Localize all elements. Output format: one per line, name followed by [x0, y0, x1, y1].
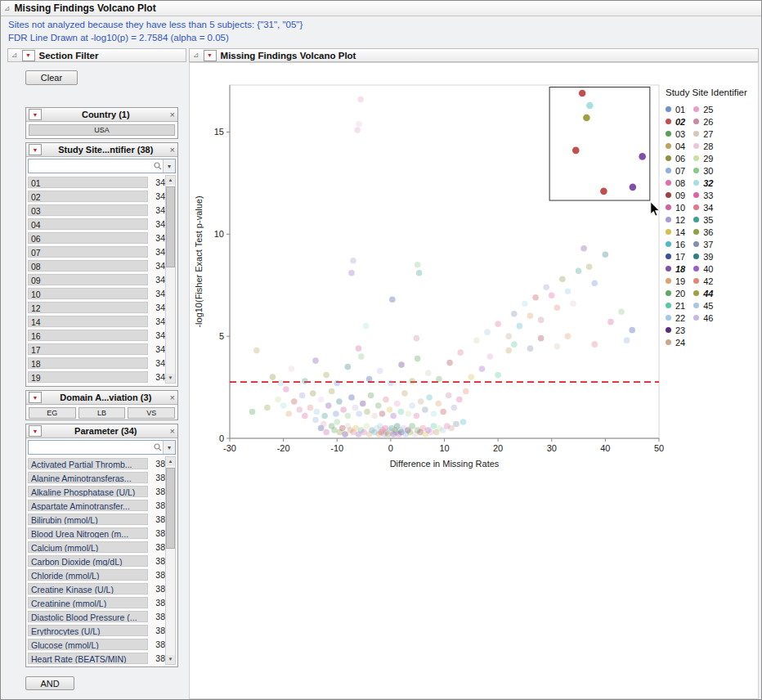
- scatter-point[interactable]: [377, 368, 383, 375]
- scatter-point[interactable]: [414, 335, 420, 342]
- legend-entry[interactable]: 34: [693, 201, 713, 213]
- scatter-point[interactable]: [345, 364, 352, 370]
- parameter-row[interactable]: Blood Urea Nitrogen (m...38: [28, 526, 165, 540]
- scatter-point[interactable]: [390, 413, 397, 420]
- study-site-row[interactable]: 1734: [28, 342, 165, 356]
- legend-entry[interactable]: 40: [693, 262, 713, 275]
- parameter-row[interactable]: Aspartate Aminotransfer...38: [28, 498, 165, 512]
- red-triangle-menu-button[interactable]: ▼: [29, 392, 42, 403]
- scatter-point[interactable]: [451, 405, 458, 411]
- scatter-point[interactable]: [591, 280, 598, 286]
- scatter-point[interactable]: [446, 360, 453, 366]
- scatter-point[interactable]: [356, 121, 362, 128]
- scatter-point[interactable]: [348, 394, 355, 401]
- parameter-row[interactable]: Creatinine (mmol/L)38: [28, 595, 165, 609]
- study-site-row[interactable]: 1934: [28, 370, 165, 384]
- study-site-row[interactable]: 0134: [28, 175, 165, 189]
- scatter-point[interactable]: [428, 429, 434, 436]
- volcano-plot-canvas[interactable]: -30-20-1001020304050051015Difference in …: [189, 66, 667, 491]
- study-site-scrollbar[interactable]: ▲ ▼: [165, 175, 176, 384]
- scatter-point[interactable]: [342, 431, 348, 438]
- scatter-point[interactable]: [340, 406, 347, 413]
- scatter-point[interactable]: [486, 353, 493, 360]
- disclosure-triangle-icon[interactable]: ⊿: [11, 52, 18, 59]
- scatter-point[interactable]: [565, 333, 572, 339]
- legend-entry[interactable]: 29: [693, 152, 713, 164]
- parameter-row[interactable]: Alanine Aminotransferas...38: [28, 470, 165, 484]
- scatter-point[interactable]: [270, 374, 276, 380]
- legend-entry[interactable]: 21: [666, 299, 685, 312]
- scatter-point[interactable]: [312, 417, 319, 424]
- parameter-scrollbar[interactable]: ▲ ▼: [165, 456, 176, 665]
- legend-entry[interactable]: 04: [666, 140, 685, 152]
- scatter-point[interactable]: [446, 393, 452, 399]
- scatter-point[interactable]: [366, 376, 373, 383]
- close-icon[interactable]: ×: [170, 393, 175, 402]
- study-site-row[interactable]: 0934: [28, 272, 165, 286]
- legend-entry[interactable]: 25: [693, 103, 713, 115]
- scatter-point[interactable]: [352, 405, 359, 411]
- legend-entry[interactable]: 42: [693, 275, 713, 287]
- scatter-point[interactable]: [297, 406, 303, 413]
- scatter-point[interactable]: [409, 378, 415, 384]
- red-triangle-menu-button[interactable]: ▼: [29, 425, 42, 437]
- scatter-point[interactable]: [283, 386, 289, 393]
- study-site-row[interactable]: 0734: [28, 245, 165, 258]
- legend-entry[interactable]: 33: [693, 189, 713, 201]
- scatter-point[interactable]: [401, 390, 408, 397]
- scatter-point[interactable]: [505, 333, 512, 339]
- scroll-down-icon[interactable]: ▼: [166, 655, 175, 664]
- legend-entry[interactable]: 12: [666, 213, 685, 226]
- scatter-point-selected[interactable]: [572, 147, 580, 155]
- scatter-point[interactable]: [291, 398, 298, 405]
- legend-entry[interactable]: 28: [693, 140, 713, 152]
- scatter-point[interactable]: [389, 296, 396, 303]
- legend-entry[interactable]: 19: [666, 275, 685, 287]
- scatter-point[interactable]: [419, 425, 426, 432]
- scatter-point[interactable]: [580, 245, 587, 252]
- legend-entry[interactable]: 02: [666, 115, 685, 128]
- scatter-point[interactable]: [426, 394, 433, 401]
- legend-entry[interactable]: 32: [693, 177, 713, 189]
- scatter-point[interactable]: [358, 353, 365, 360]
- scatter-point[interactable]: [383, 397, 389, 403]
- legend-entry[interactable]: 01: [666, 103, 685, 115]
- scatter-point[interactable]: [336, 398, 343, 405]
- scatter-point[interactable]: [302, 378, 308, 384]
- scatter-point[interactable]: [431, 423, 437, 429]
- scatter-point[interactable]: [356, 411, 362, 417]
- scatter-point[interactable]: [354, 127, 361, 133]
- scatter-point[interactable]: [473, 337, 480, 343]
- scatter-point[interactable]: [431, 411, 437, 417]
- scrollbar-track[interactable]: [166, 185, 175, 374]
- scatter-point[interactable]: [422, 406, 428, 413]
- scatter-point[interactable]: [527, 312, 534, 319]
- scatter-point[interactable]: [522, 300, 528, 307]
- scatter-point[interactable]: [398, 409, 405, 415]
- scatter-point[interactable]: [323, 429, 329, 436]
- and-button[interactable]: AND: [25, 676, 74, 690]
- scatter-point[interactable]: [357, 96, 364, 103]
- scrollbar-thumb[interactable]: [166, 468, 175, 549]
- scatter-point[interactable]: [299, 393, 306, 399]
- scatter-point[interactable]: [457, 349, 464, 356]
- scatter-point[interactable]: [415, 356, 421, 362]
- scatter-point[interactable]: [456, 397, 463, 403]
- legend-entry[interactable]: 45: [693, 299, 713, 312]
- legend-entry[interactable]: 06: [666, 152, 685, 164]
- scatter-point[interactable]: [538, 316, 545, 323]
- scatter-point[interactable]: [538, 335, 545, 342]
- scatter-point[interactable]: [375, 402, 382, 409]
- scroll-down-icon[interactable]: ▼: [166, 374, 175, 383]
- domain-item-vs[interactable]: VS: [128, 407, 175, 419]
- legend-entry[interactable]: 10: [666, 201, 685, 213]
- scatter-point[interactable]: [350, 258, 356, 264]
- scatter-point[interactable]: [511, 341, 518, 348]
- scatter-point[interactable]: [624, 337, 630, 343]
- scatter-point[interactable]: [364, 409, 370, 415]
- scatter-point[interactable]: [388, 380, 394, 387]
- legend-entry[interactable]: 26: [693, 115, 713, 128]
- scatter-point[interactable]: [409, 402, 415, 409]
- scatter-point[interactable]: [460, 419, 467, 425]
- scatter-point[interactable]: [414, 413, 420, 420]
